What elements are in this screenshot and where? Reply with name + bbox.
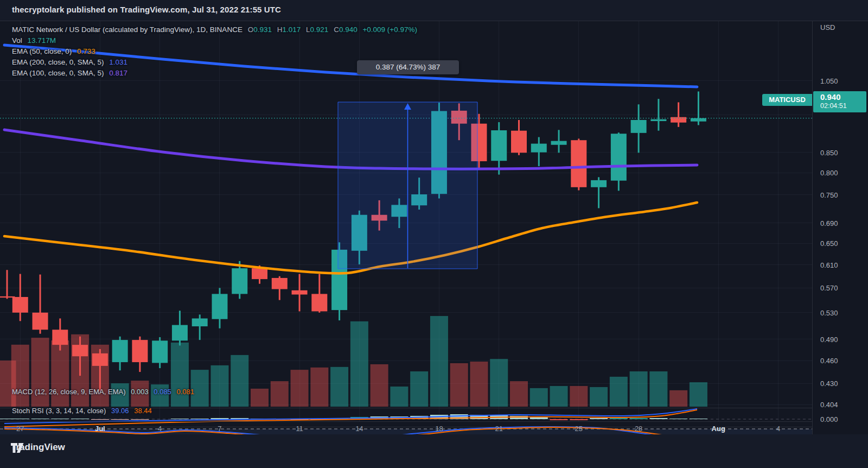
stoch-k-value: 39.06 — [111, 407, 129, 415]
volume-label: Vol — [12, 36, 22, 45]
volume-bar — [330, 367, 348, 407]
volume-bar — [450, 363, 468, 407]
volume-bar — [570, 386, 588, 407]
ema100-legend-row[interactable]: EMA (100, close, 0, SMA, 5) 0.817 — [12, 68, 417, 79]
time-tick-14: 14 — [355, 425, 363, 433]
price-tick: 0.650 — [820, 239, 838, 248]
candle-jul-10 — [272, 278, 288, 289]
ema100-value: 0.817 — [109, 69, 127, 77]
last-price-badge: 0.940 02:04:51 — [813, 91, 866, 112]
price-tick: 0.850 — [820, 148, 838, 156]
change-value: +0.009 (+0.97%) — [362, 26, 417, 34]
candle-jul-27 — [611, 134, 627, 180]
price-tick: 0.610 — [820, 261, 838, 269]
volume-bar — [171, 343, 189, 407]
price-axis[interactable]: USD 1.0500.8500.8000.7500.6900.6500.6100… — [812, 21, 868, 435]
time-tick-18: 18 — [435, 425, 443, 433]
symbol-legend-row[interactable]: MATIC Network / US Dollar (calculated by… — [12, 24, 417, 35]
bar-countdown: 02:04:51 — [813, 102, 866, 110]
volume-legend-row[interactable]: Vol 13.717M — [12, 35, 417, 46]
time-tick-25: 25 — [575, 425, 583, 433]
time-tick-7: 7 — [218, 425, 221, 433]
candle-jul-7 — [212, 294, 227, 319]
candle-jul-25 — [571, 140, 586, 187]
open-label: O — [248, 26, 254, 34]
tradingview-logo-icon — [11, 442, 24, 454]
volume-bar — [690, 382, 707, 407]
volume-bar — [31, 338, 49, 407]
candle-jul-26 — [591, 180, 607, 187]
time-tick-4: 4 — [776, 425, 780, 433]
tradingview-logo[interactable]: TradingView — [11, 442, 65, 453]
symbol-title: MATIC Network / US Dollar (calculated by… — [12, 26, 242, 34]
stoch-legend[interactable]: Stoch RSI (3, 3, 14, 14, close) 39.06 38… — [12, 407, 152, 415]
symbol-price-tag: MATICUSD — [762, 94, 812, 106]
candle-jun-27 — [12, 297, 28, 313]
volume-bar — [350, 321, 368, 407]
volume-bar — [669, 390, 687, 407]
main-legend: MATIC Network / US Dollar (calculated by… — [12, 24, 417, 79]
volume-bar — [530, 388, 548, 407]
candle-jun-30 — [72, 345, 88, 356]
candle-jul-22 — [511, 131, 527, 153]
candle-jun-28 — [33, 313, 48, 330]
volume-bar — [271, 381, 289, 407]
time-tick-11: 11 — [296, 425, 303, 433]
time-tick-28: 28 — [635, 425, 642, 433]
volume-bar — [470, 362, 488, 407]
macd-zero-tick: 0.000 — [820, 415, 838, 423]
time-tick-4: 4 — [158, 425, 162, 433]
candle-jul-5 — [172, 325, 188, 341]
ema200-label: EMA (200, close, 0, SMA, 5) — [12, 58, 104, 66]
low-label: L — [306, 26, 310, 34]
candle-jul-4 — [152, 340, 168, 363]
volume-bar — [251, 389, 269, 407]
candle-jul-9 — [252, 268, 267, 279]
screenshot-root: thecryptolark published on TradingView.c… — [0, 0, 868, 468]
last-price-value: 0.940 — [813, 91, 866, 102]
chart-area[interactable]: MATIC Network / US Dollar (calculated by… — [0, 21, 868, 435]
macd-signal-value: 0.081 — [176, 388, 194, 396]
time-axis[interactable]: 27Jul47111418212528Aug4 — [0, 421, 812, 435]
candle-jul-28 — [631, 120, 647, 133]
volume-bar — [550, 386, 568, 407]
ema50-legend-row[interactable]: EMA (50, close, 0) 0.733 — [12, 46, 417, 57]
volume-bar — [310, 368, 328, 407]
stoch-d-value: 38.44 — [134, 407, 152, 415]
candle-jul-29 — [650, 119, 666, 121]
volume-bar — [410, 371, 428, 407]
candle-jul-8 — [232, 268, 247, 294]
price-tick: 0.460 — [820, 357, 838, 365]
ema200-legend-row[interactable]: EMA (200, close, 0, SMA, 5) 1.031 — [12, 57, 417, 68]
candle-jul-31 — [691, 118, 706, 122]
price-axis-currency: USD — [820, 23, 835, 31]
ema100-label: EMA (100, close, 0, SMA, 5) — [12, 69, 104, 77]
macd-hist-value: 0.003 — [131, 388, 149, 396]
time-tick-jul: Jul — [95, 425, 105, 433]
candle-jul-6 — [192, 319, 208, 327]
open-value: 0.931 — [253, 26, 272, 34]
volume-bar — [430, 316, 448, 407]
candle-jul-21 — [491, 130, 507, 161]
volume-bar — [371, 364, 388, 407]
volume-bar — [649, 371, 667, 407]
chart-canvas[interactable] — [0, 21, 868, 435]
price-tick: 0.430 — [820, 380, 838, 388]
macd-legend[interactable]: MACD (12, 26, close, 9, EMA, EMA) 0.003 … — [12, 388, 194, 396]
candle-jul-3 — [132, 340, 148, 362]
price-tick: 0.750 — [820, 191, 838, 199]
candle-jul-2 — [112, 340, 128, 362]
volume-bar — [490, 359, 508, 407]
ema200-value: 1.031 — [109, 58, 127, 66]
candle-jul-24 — [551, 141, 567, 145]
header-bar: thecryptolark published on TradingView.c… — [0, 0, 868, 21]
price-tick: 0.530 — [820, 308, 838, 317]
ema50-value: 0.733 — [77, 47, 95, 55]
ema50-label: EMA (50, close, 0) — [12, 47, 72, 55]
low-value: 0.921 — [310, 26, 329, 34]
price-tick: 0.404 — [820, 401, 838, 409]
volume-bar — [510, 381, 528, 407]
volume-bar — [630, 371, 648, 407]
volume-bar — [390, 387, 408, 407]
time-tick-27: 27 — [16, 425, 24, 433]
